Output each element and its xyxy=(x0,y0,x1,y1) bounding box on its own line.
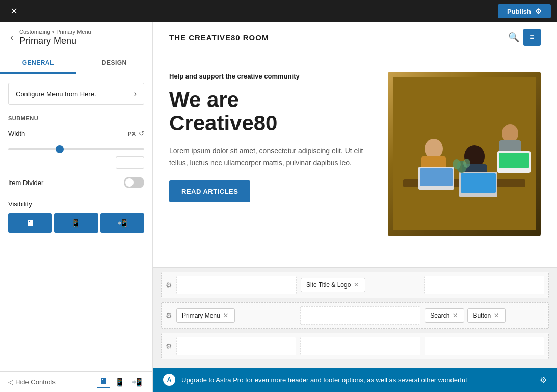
bottom-device-buttons: 🖥 📱 📲 xyxy=(97,376,144,388)
gear-icon: ⚙ xyxy=(535,7,542,15)
breadcrumb: Customizing › Primary Menu xyxy=(19,29,91,35)
svg-rect-5 xyxy=(420,168,453,186)
arrow-icon: › xyxy=(134,89,137,98)
row2-cell-center xyxy=(300,306,421,325)
width-row: Width PX ↺ xyxy=(8,129,144,137)
svg-rect-13 xyxy=(499,153,529,168)
preview-menu-button[interactable]: ≡ xyxy=(523,29,541,46)
tablet-device-button[interactable]: 📱 xyxy=(54,213,98,233)
upgrade-logo: A xyxy=(163,374,175,386)
hero-illustration xyxy=(393,77,536,230)
hide-icon: ◁ xyxy=(8,378,13,386)
site-title-logo-chip[interactable]: Site Title & Logo ✕ xyxy=(301,278,365,292)
svg-point-15 xyxy=(453,159,461,169)
preview-site-header: THE CREATIVE80 ROOM 🔍 ≡ xyxy=(153,22,557,52)
button-chip[interactable]: Button ✕ xyxy=(467,308,506,323)
row3-cell-left xyxy=(176,337,296,355)
svg-point-2 xyxy=(425,139,443,159)
row2-gear-icon[interactable]: ⚙ xyxy=(166,311,172,320)
hero-text: Help and support the creative community … xyxy=(169,72,367,202)
primary-menu-chip[interactable]: Primary Menu ✕ xyxy=(176,308,235,323)
bottom-tablet-button[interactable]: 📱 xyxy=(113,376,127,388)
width-slider[interactable] xyxy=(8,148,144,150)
tab-design[interactable]: DESIGN xyxy=(76,53,153,74)
px-label: PX xyxy=(128,130,136,137)
button-chip-close[interactable]: ✕ xyxy=(493,312,500,319)
breadcrumb-separator: › xyxy=(52,29,55,35)
upgrade-text: Upgrade to Astra Pro for even more heade… xyxy=(181,376,534,384)
site-title-logo-chip-close[interactable]: ✕ xyxy=(353,282,360,288)
row3-gear-icon[interactable]: ⚙ xyxy=(166,342,172,350)
submenu-section: SUBMENU Width PX ↺ xyxy=(8,115,144,188)
close-button[interactable]: ✕ xyxy=(6,4,22,19)
svg-point-16 xyxy=(463,159,470,168)
slider-track xyxy=(8,143,144,152)
header-row-1: ⚙ Site Title & Logo ✕ xyxy=(161,272,549,298)
publish-area: Publish ⚙ xyxy=(498,4,551,18)
row2-cell-right: Search ✕ Button ✕ xyxy=(425,306,544,325)
tab-bar: GENERAL DESIGN xyxy=(0,53,152,74)
px-controls: PX ↺ xyxy=(128,129,144,137)
desktop-device-button[interactable]: 🖥 xyxy=(8,213,52,233)
header-row-2: ⚙ Primary Menu ✕ Search ✕ xyxy=(161,302,549,329)
upgrade-bar: A Upgrade to Astra Pro for even more hea… xyxy=(153,368,557,392)
submenu-label: SUBMENU xyxy=(8,115,144,121)
bottom-mobile-button[interactable]: 📲 xyxy=(130,376,144,388)
preview-site-title: THE CREATIVE80 ROOM xyxy=(169,33,269,42)
preview-area: THE CREATIVE80 ROOM 🔍 ≡ Help and support… xyxy=(153,22,557,392)
width-input[interactable] xyxy=(116,156,144,169)
item-divider-label: Item Divider xyxy=(8,179,43,187)
header-row-3: ⚙ xyxy=(161,333,549,359)
tab-general[interactable]: GENERAL xyxy=(0,53,76,74)
visibility-label: Visibility xyxy=(8,200,144,208)
row3-cell-center xyxy=(300,337,420,355)
bottom-desktop-button[interactable]: 🖥 xyxy=(97,376,110,388)
breadcrumb-area: Customizing › Primary Menu Primary Menu xyxy=(19,29,91,46)
hero-image xyxy=(388,72,541,236)
publish-button[interactable]: Publish ⚙ xyxy=(498,4,551,18)
toggle-slider xyxy=(124,177,144,188)
row1-gear-icon[interactable]: ⚙ xyxy=(166,281,172,289)
item-divider-row: Item Divider xyxy=(8,177,144,188)
page-title: Primary Menu xyxy=(19,36,91,46)
row2-cell-left: Primary Menu ✕ xyxy=(176,306,296,325)
preview-hero: Help and support the creative community … xyxy=(153,52,557,256)
hide-controls-button[interactable]: ◁ Hide Controls xyxy=(8,378,56,386)
configure-menu-button[interactable]: Configure Menu from Here. › xyxy=(8,83,144,105)
bottom-bar: ◁ Hide Controls 🖥 📱 📲 xyxy=(0,371,152,392)
row2-cells: Primary Menu ✕ Search ✕ Button ✕ xyxy=(176,306,544,325)
upgrade-gear-icon[interactable]: ⚙ xyxy=(540,375,547,385)
read-articles-button[interactable]: READ ARTICLES xyxy=(169,180,250,202)
device-buttons: 🖥 📱 📲 xyxy=(8,213,144,233)
row1-cell-center: Site Title & Logo ✕ xyxy=(301,276,420,294)
sidebar: ‹ Customizing › Primary Menu Primary Men… xyxy=(0,22,153,392)
row1-cell-left xyxy=(176,276,297,294)
back-button[interactable]: ‹ xyxy=(8,31,15,44)
row3-cell-right xyxy=(425,337,544,355)
row1-cell-right xyxy=(424,276,544,294)
preview-header-icons: 🔍 ≡ xyxy=(508,29,541,46)
search-chip[interactable]: Search ✕ xyxy=(425,308,464,323)
width-label: Width xyxy=(8,129,25,137)
hero-body: Lorem ipsum dolor sit amet, consectetur … xyxy=(169,145,367,168)
reset-button[interactable]: ↺ xyxy=(139,129,144,137)
item-divider-toggle[interactable] xyxy=(124,177,144,188)
visibility-section: Visibility 🖥 📱 📲 xyxy=(8,200,144,233)
mobile-device-button[interactable]: 📲 xyxy=(100,213,144,233)
hero-subtitle: Help and support the creative community xyxy=(169,72,367,80)
sidebar-content: Configure Menu from Here. › SUBMENU Widt… xyxy=(0,74,152,371)
header-builder: ⚙ Site Title & Logo ✕ ⚙ xyxy=(153,267,557,368)
svg-point-10 xyxy=(502,124,518,143)
hero-image-placeholder xyxy=(388,72,541,236)
row3-cells xyxy=(176,337,544,355)
slider-container xyxy=(8,143,144,152)
primary-menu-chip-close[interactable]: ✕ xyxy=(222,312,229,319)
row1-cells: Site Title & Logo ✕ xyxy=(176,276,544,294)
site-preview: THE CREATIVE80 ROOM 🔍 ≡ Help and support… xyxy=(153,22,557,267)
main-layout: ‹ Customizing › Primary Menu Primary Men… xyxy=(0,22,557,392)
preview-search-icon[interactable]: 🔍 xyxy=(508,32,519,43)
search-chip-close[interactable]: ✕ xyxy=(452,312,459,319)
svg-rect-9 xyxy=(461,173,496,193)
top-bar: ✕ Publish ⚙ xyxy=(0,0,557,22)
hero-title: We are Creative80 xyxy=(169,88,367,135)
